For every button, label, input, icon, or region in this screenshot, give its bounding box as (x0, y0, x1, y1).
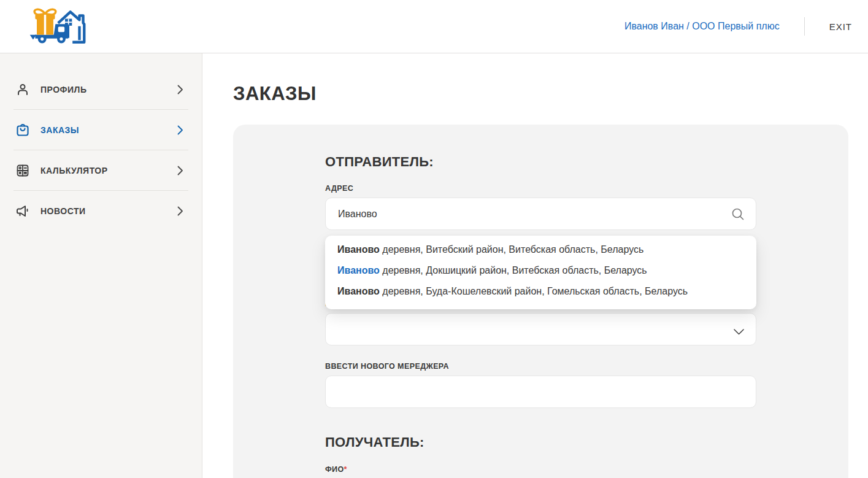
sidebar-item-calculator[interactable]: КАЛЬКУЛЯТОР (0, 153, 202, 188)
user-icon (15, 82, 30, 97)
shopping-bag-icon (15, 123, 30, 137)
address-label: АДРЕС (325, 184, 756, 193)
recipient-heading: ПОЛУЧАТЕЛЬ: (325, 434, 756, 450)
sender-heading: ОТПРАВИТЕЛЬ: (325, 154, 756, 170)
sidebar-item-news[interactable]: НОВОСТИ (0, 193, 202, 228)
suggestion-match: Иваново (337, 244, 380, 255)
order-form-card: ОТПРАВИТЕЛЬ: АДРЕС Иваново деревня, В (233, 125, 848, 478)
page-title: ЗАКАЗЫ (233, 83, 848, 105)
address-suggestion-highlighted[interactable]: Иваново деревня, Докшицкий район, Витебс… (325, 260, 756, 281)
sidebar-item-label: ЗАКАЗЫ (40, 125, 177, 135)
sidebar-separator (13, 190, 188, 191)
fio-label-text: ФИО (325, 465, 344, 474)
exit-button[interactable]: EXIT (829, 21, 852, 32)
sidebar-item-profile[interactable]: ПРОФИЛЬ (0, 72, 202, 107)
sidebar-item-label: КАЛЬКУЛЯТОР (40, 166, 177, 175)
suggestion-match: Иваново (337, 265, 380, 276)
megaphone-icon (15, 204, 30, 218)
search-icon[interactable] (731, 207, 745, 221)
gift-truck-house-logo-icon (28, 5, 86, 45)
required-asterisk: * (344, 465, 347, 474)
sidebar: ПРОФИЛЬ ЗАКАЗЫ (0, 53, 202, 478)
new-manager-group: ВВЕСТИ НОВОГО МЕРЕДЖЕРА (325, 362, 756, 408)
suggestion-match: Иваново (337, 286, 380, 296)
address-suggestion[interactable]: Иваново деревня, Буда-Кошелевский район,… (325, 281, 756, 302)
suggestion-rest: деревня, Буда-Кошелевский район, Гомельс… (380, 286, 688, 296)
sidebar-item-label: НОВОСТИ (40, 206, 177, 216)
chevron-right-icon (177, 125, 183, 135)
chevron-right-icon (177, 206, 183, 216)
fio-field-group: ФИО* (325, 465, 756, 474)
fio-label: ФИО* (325, 465, 756, 474)
address-field-group: АДРЕС Иваново деревня, Витебский район, … (325, 184, 756, 230)
new-manager-label: ВВЕСТИ НОВОГО МЕРЕДЖЕРА (325, 362, 756, 371)
chevron-right-icon (177, 166, 183, 175)
sidebar-separator (13, 150, 188, 150)
main-content: ЗАКАЗЫ ОТПРАВИТЕЛЬ: АДРЕС (202, 53, 868, 478)
address-suggestions-dropdown: Иваново деревня, Витебский район, Витебс… (325, 236, 756, 309)
calculator-icon (15, 163, 30, 178)
chevron-right-icon (177, 85, 183, 94)
current-user-link[interactable]: Иванов Иван / ООО Первый плюс (624, 21, 780, 32)
sidebar-separator (13, 109, 188, 110)
app-header: Иванов Иван / ООО Первый плюс EXIT (0, 0, 868, 53)
sidebar-item-label: ПРОФИЛЬ (40, 85, 177, 94)
manager-select[interactable] (325, 313, 756, 345)
header-divider (804, 17, 805, 36)
sidebar-item-orders[interactable]: ЗАКАЗЫ (0, 112, 202, 147)
suggestion-rest: деревня, Докшицкий район, Витебская обла… (380, 265, 647, 276)
suggestion-rest: деревня, Витебский район, Витебская обла… (380, 244, 643, 255)
address-input[interactable] (325, 198, 756, 230)
company-logo[interactable] (28, 5, 86, 48)
address-suggestion[interactable]: Иваново деревня, Витебский район, Витебс… (325, 239, 756, 260)
new-manager-input[interactable] (325, 376, 756, 408)
